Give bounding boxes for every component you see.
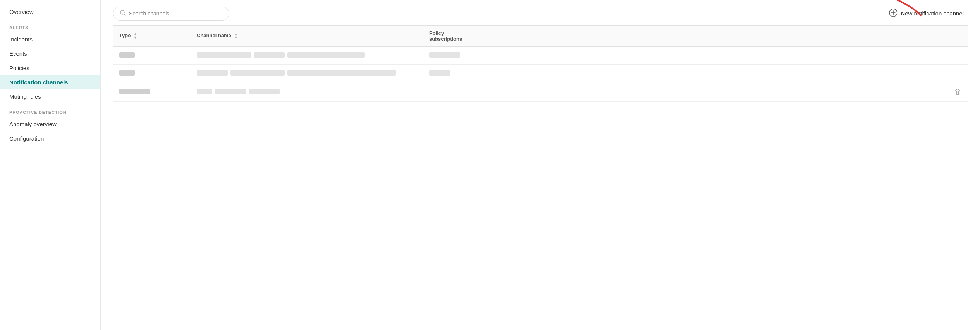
table-header-row: Type ▲ ▼ Channel name ▲ ▼	[113, 26, 968, 47]
delete-icon[interactable]: 🗑	[954, 88, 961, 96]
table-container: Type ▲ ▼ Channel name ▲ ▼	[101, 25, 980, 102]
toolbar: New notification channel	[101, 0, 980, 25]
blurred-name-3a	[197, 89, 212, 94]
row1-actions	[508, 47, 968, 65]
new-channel-label: New notification channel	[901, 10, 964, 17]
sort-icons-type: ▲ ▼	[134, 33, 137, 40]
search-box[interactable]	[113, 7, 229, 21]
row1-channel-name	[191, 47, 423, 65]
plus-circle-icon	[889, 9, 897, 18]
sidebar-item-overview[interactable]: Overview	[0, 5, 100, 19]
column-policy-subscriptions-label: Policysubscriptions	[429, 30, 462, 42]
table-row	[113, 65, 968, 82]
blurred-name-3b	[215, 89, 246, 94]
new-notification-channel-button[interactable]: New notification channel	[885, 6, 968, 21]
blurred-name-3c	[249, 89, 280, 94]
column-channel-name-label: Channel name	[197, 33, 231, 38]
blurred-type-1	[119, 52, 135, 58]
sidebar-section-proactive-detection: PROACTIVE DETECTION	[0, 104, 100, 117]
sidebar-item-events[interactable]: Events	[0, 46, 100, 61]
sort-icons-channel-name: ▲ ▼	[234, 33, 237, 40]
column-policy-subscriptions: Policysubscriptions	[423, 26, 508, 47]
blurred-name-2b	[230, 70, 285, 76]
sidebar-item-anomaly-overview[interactable]: Anomaly overview	[0, 117, 100, 131]
row2-type	[113, 65, 191, 82]
sidebar-section-alerts: ALERTS	[0, 19, 100, 32]
sidebar: Overview ALERTS Incidents Events Policie…	[0, 0, 101, 330]
row3-policy	[423, 82, 508, 102]
search-input[interactable]	[129, 10, 223, 17]
row1-policy	[423, 47, 508, 65]
row2-actions	[508, 65, 968, 82]
sidebar-item-configuration[interactable]: Configuration	[0, 131, 100, 146]
blurred-type-3	[119, 89, 150, 94]
row3-channel-name	[191, 82, 423, 102]
channels-table: Type ▲ ▼ Channel name ▲ ▼	[113, 25, 968, 102]
table-row: 🗑	[113, 82, 968, 102]
blurred-policy-1	[429, 52, 460, 58]
row3-actions[interactable]: 🗑	[508, 82, 968, 102]
blurred-policy-2	[429, 70, 450, 76]
column-type-label: Type	[119, 33, 131, 38]
sidebar-item-muting-rules[interactable]: Muting rules	[0, 89, 100, 104]
blurred-name-1b	[254, 52, 285, 58]
sidebar-item-policies[interactable]: Policies	[0, 61, 100, 75]
sidebar-item-notification-channels[interactable]: Notification channels	[0, 75, 100, 89]
blurred-name-1c	[287, 52, 365, 58]
column-channel-name[interactable]: Channel name ▲ ▼	[191, 26, 423, 47]
blurred-name-2a	[197, 70, 228, 76]
row2-channel-name	[191, 65, 423, 82]
row3-type	[113, 82, 191, 102]
row2-policy	[423, 65, 508, 82]
blurred-type-2	[119, 70, 135, 76]
column-actions	[508, 26, 968, 47]
blurred-name-2c	[287, 70, 396, 76]
search-icon	[120, 10, 126, 17]
svg-line-1	[124, 14, 126, 15]
blurred-name-1a	[197, 52, 251, 58]
column-type[interactable]: Type ▲ ▼	[113, 26, 191, 47]
row1-type	[113, 47, 191, 65]
table-wrapper: Type ▲ ▼ Channel name ▲ ▼	[101, 25, 980, 102]
table-row	[113, 47, 968, 65]
main-content: New notification channel Type	[101, 0, 980, 330]
sidebar-item-incidents[interactable]: Incidents	[0, 32, 100, 46]
